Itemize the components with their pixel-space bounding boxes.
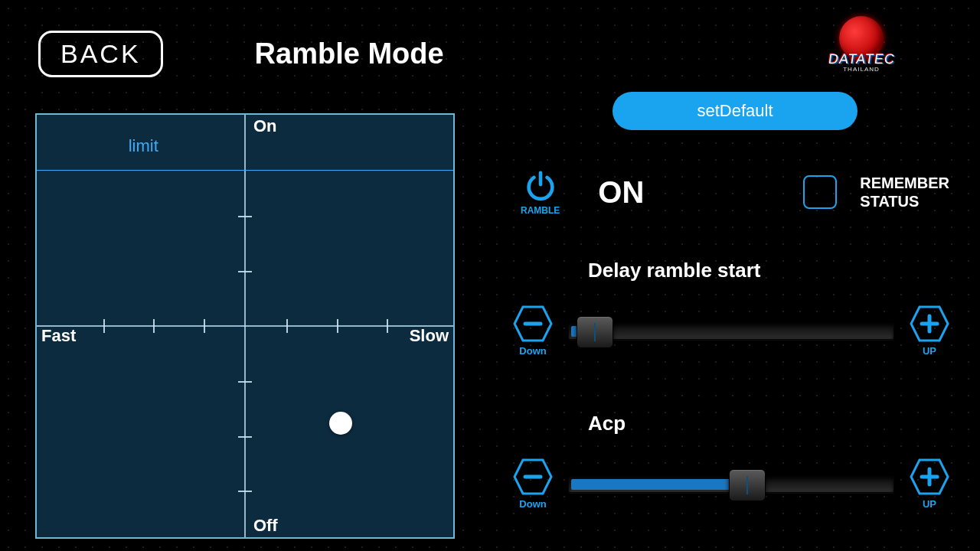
slider-up-button[interactable]: UP	[910, 305, 949, 357]
brand-logo: DATATEC THAILAND	[819, 15, 903, 73]
delay-slider[interactable]	[568, 323, 894, 340]
logo-brand-text: DATATEC	[827, 51, 896, 67]
remember-status-label: REMEMBERSTATUS	[860, 174, 949, 210]
power-state-label: ON	[598, 175, 644, 210]
pad-tick	[103, 319, 105, 333]
pad-tick	[238, 381, 252, 383]
pad-tick	[153, 319, 155, 333]
slider-thumb[interactable]	[577, 316, 613, 348]
xy-pad[interactable]: limit On Off Fast Slow	[35, 113, 455, 539]
pad-tick	[337, 319, 338, 333]
slider-up-button[interactable]: UP	[910, 458, 949, 510]
slider-down-button[interactable]: Down	[513, 305, 553, 357]
minus-hex-icon	[513, 458, 553, 495]
remember-status-checkbox[interactable]	[803, 175, 837, 209]
pad-horizontal-axis	[37, 325, 453, 327]
pad-label-fast: Fast	[41, 326, 76, 346]
pad-label-off: Off	[253, 516, 278, 536]
pad-tick	[238, 491, 252, 492]
pad-tick	[238, 436, 252, 438]
page-title: Ramble Mode	[255, 37, 444, 70]
pad-limit-label: limit	[129, 136, 158, 156]
slider-down-label: Down	[519, 345, 546, 357]
pad-label-slow: Slow	[410, 326, 449, 346]
back-button[interactable]: BACK	[38, 31, 163, 77]
slider-up-label: UP	[923, 345, 936, 357]
power-toggle[interactable]: RAMBLE	[521, 168, 560, 216]
pad-tick	[286, 319, 288, 333]
slider-up-label: UP	[923, 498, 936, 510]
power-caption: RAMBLE	[521, 205, 560, 216]
pad-point-handle[interactable]	[329, 412, 352, 435]
slider-fill	[571, 479, 750, 490]
pad-label-on: On	[253, 116, 277, 136]
slider-down-button[interactable]: Down	[513, 458, 553, 510]
plus-hex-icon	[910, 458, 949, 495]
set-default-button[interactable]: setDefault	[612, 92, 858, 130]
acp-slider[interactable]	[568, 476, 894, 493]
minus-hex-icon	[513, 305, 553, 342]
pad-tick	[387, 319, 388, 333]
pad-limit-line	[37, 170, 453, 171]
pad-tick	[238, 216, 252, 217]
slider-title-delay: Delay ramble start	[588, 259, 949, 282]
slider-down-label: Down	[519, 498, 546, 510]
pad-tick	[238, 271, 252, 272]
power-icon	[523, 168, 558, 204]
slider-thumb[interactable]	[729, 469, 766, 501]
slider-title-acp: Acp	[588, 412, 949, 435]
plus-hex-icon	[910, 305, 949, 342]
pad-tick	[204, 319, 205, 333]
